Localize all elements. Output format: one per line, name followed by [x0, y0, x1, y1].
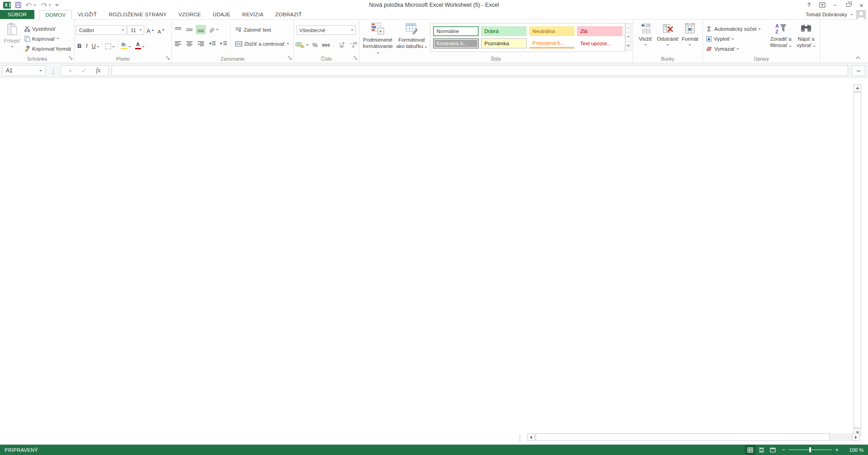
- autosum-button[interactable]: Σ Automatický súčet: [704, 24, 768, 34]
- align-left-button[interactable]: [173, 39, 183, 48]
- bold-button[interactable]: B: [76, 40, 83, 50]
- ribbon-display-options-button[interactable]: [816, 0, 829, 10]
- close-button[interactable]: ×: [855, 0, 868, 10]
- shrink-font-button[interactable]: A: [156, 25, 166, 35]
- percent-style-button[interactable]: %: [311, 40, 319, 50]
- copy-button[interactable]: Kopírovať: [23, 34, 72, 43]
- paste-dropdown-arrow-icon[interactable]: [11, 46, 14, 47]
- vertical-scrollbar-thumb[interactable]: [854, 92, 861, 428]
- cell-style-neutral[interactable]: Neutrálna: [529, 26, 575, 36]
- zoom-slider-thumb[interactable]: [809, 447, 811, 452]
- cell-style-check[interactable]: Kontrolná b...: [433, 38, 479, 48]
- number-dialog-launcher[interactable]: [354, 56, 358, 61]
- underline-dropdown-arrow-icon[interactable]: [97, 46, 99, 47]
- horizontal-scrollbar-thumb[interactable]: [536, 433, 830, 441]
- sheet-tab-splitter[interactable]: [519, 435, 520, 441]
- redo-dropdown-arrow-icon[interactable]: [48, 5, 51, 6]
- name-box-dropdown-arrow-icon[interactable]: [39, 70, 42, 71]
- fill-dropdown-arrow-icon[interactable]: [731, 38, 734, 40]
- tab-page-layout[interactable]: ROZLOŽENIE STRANY: [103, 10, 172, 19]
- horizontal-scrollbar[interactable]: [527, 433, 860, 441]
- delete-cells-dropdown-arrow-icon[interactable]: [666, 44, 669, 46]
- undo-dropdown-arrow-icon[interactable]: [33, 5, 36, 6]
- tab-file[interactable]: SÚBOR: [0, 10, 34, 19]
- zoom-slider[interactable]: [788, 450, 832, 450]
- find-select-dropdown-arrow-icon[interactable]: [813, 46, 816, 47]
- scroll-right-button[interactable]: [852, 433, 860, 441]
- align-middle-button[interactable]: [184, 25, 194, 34]
- tab-review[interactable]: REVÍZIA: [236, 10, 269, 19]
- collapse-ribbon-button[interactable]: [855, 55, 861, 60]
- account-area[interactable]: Tomáš Dobránsky: [806, 10, 868, 19]
- increase-indent-button[interactable]: [218, 39, 228, 48]
- normal-view-button[interactable]: [745, 445, 756, 455]
- scroll-left-button[interactable]: [527, 433, 535, 441]
- cancel-button[interactable]: ×: [69, 67, 72, 74]
- zoom-out-button[interactable]: −: [778, 446, 788, 453]
- align-right-button[interactable]: [196, 39, 206, 48]
- font-size-combo[interactable]: 11: [127, 25, 144, 35]
- styles-more-button[interactable]: [625, 41, 631, 51]
- formula-bar-splitter[interactable]: [53, 68, 54, 74]
- orientation-button[interactable]: ab: [207, 25, 221, 34]
- save-button[interactable]: [15, 2, 21, 8]
- comma-style-button[interactable]: 000: [321, 40, 331, 50]
- tab-insert[interactable]: VLOŽIŤ: [72, 10, 103, 19]
- undo-button[interactable]: [25, 2, 36, 8]
- orientation-dropdown-arrow-icon[interactable]: [216, 29, 219, 30]
- redo-button[interactable]: [40, 2, 51, 8]
- formula-input[interactable]: [112, 65, 848, 76]
- cell-style-bad[interactable]: Zlá: [577, 26, 623, 36]
- zoom-in-button[interactable]: +: [832, 446, 842, 453]
- font-family-combo[interactable]: Calibri: [76, 25, 127, 35]
- excel-app-icon[interactable]: X: [3, 2, 11, 9]
- customize-qat-button[interactable]: [55, 4, 59, 6]
- cell-style-note[interactable]: Poznámka: [481, 38, 527, 48]
- number-format-combo[interactable]: Všeobecné: [296, 25, 356, 35]
- font-dialog-launcher[interactable]: [166, 56, 170, 61]
- format-as-table-dropdown-arrow-icon[interactable]: [425, 47, 427, 48]
- page-layout-view-button[interactable]: [756, 445, 767, 455]
- zoom-level[interactable]: 100 %: [845, 447, 868, 453]
- align-bottom-button[interactable]: [196, 25, 206, 34]
- format-cells-dropdown-arrow-icon[interactable]: [689, 44, 691, 46]
- autosum-dropdown-arrow-icon[interactable]: [758, 28, 761, 30]
- copy-dropdown-arrow-icon[interactable]: [57, 38, 59, 39]
- cell-style-good[interactable]: Dobrá: [481, 26, 527, 36]
- vertical-scrollbar[interactable]: [854, 84, 861, 436]
- styles-scroll-up-button[interactable]: [625, 23, 631, 33]
- enter-button[interactable]: ✓: [81, 67, 86, 74]
- fill-color-dropdown-arrow-icon[interactable]: [128, 46, 131, 47]
- merge-center-dropdown-arrow-icon[interactable]: [287, 43, 289, 44]
- insert-cells-dropdown-arrow-icon[interactable]: [644, 44, 647, 46]
- merge-center-button[interactable]: Zlúčiť a centrovať: [234, 39, 291, 48]
- expand-formula-bar-button[interactable]: [852, 66, 865, 76]
- cell-style-normal[interactable]: Normálne: [433, 26, 479, 36]
- decrease-indent-button[interactable]: [207, 39, 217, 48]
- help-button[interactable]: ?: [802, 0, 816, 10]
- italic-button[interactable]: I: [84, 40, 89, 50]
- minimize-button[interactable]: –: [829, 0, 842, 10]
- cell-style-warning[interactable]: Text upozor...: [577, 38, 623, 48]
- fill-button[interactable]: Vyplniť: [704, 34, 768, 44]
- account-dropdown-arrow-icon[interactable]: [850, 14, 853, 15]
- insert-function-button[interactable]: fx: [96, 67, 100, 74]
- restore-button[interactable]: [842, 0, 855, 10]
- scroll-up-button[interactable]: [854, 84, 861, 91]
- tab-formulas[interactable]: VZORCE: [173, 10, 207, 19]
- align-top-button[interactable]: [173, 25, 183, 34]
- grow-font-button[interactable]: A: [145, 25, 156, 35]
- worksheet-area[interactable]: [0, 78, 868, 445]
- font-color-button[interactable]: A: [134, 40, 146, 50]
- borders-button[interactable]: [104, 40, 116, 50]
- accounting-format-button[interactable]: [295, 40, 309, 50]
- clear-button[interactable]: Vymazať: [704, 44, 768, 54]
- cell-style-linked[interactable]: Prepojená b...: [529, 38, 575, 48]
- styles-scroll-down-button[interactable]: [625, 32, 631, 42]
- font-color-dropdown-arrow-icon[interactable]: [142, 46, 145, 47]
- clipboard-dialog-launcher[interactable]: [69, 56, 73, 61]
- tab-data[interactable]: ÚDAJE: [207, 10, 236, 19]
- borders-dropdown-arrow-icon[interactable]: [112, 46, 115, 47]
- alignment-dialog-launcher[interactable]: [288, 56, 292, 61]
- fill-color-button[interactable]: [119, 40, 132, 50]
